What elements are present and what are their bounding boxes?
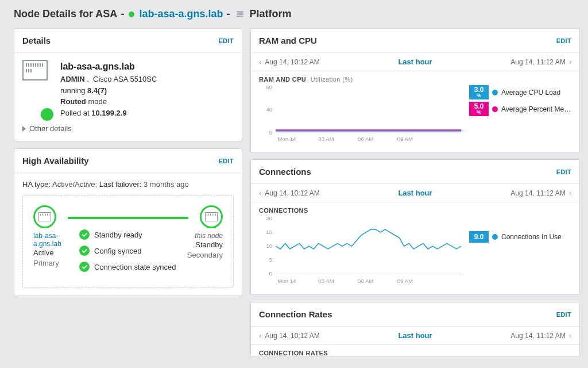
connrates-edit-link[interactable]: EDIT bbox=[556, 311, 571, 318]
device-model: Cisco ASA 5510SC bbox=[93, 75, 157, 83]
svg-text:09 AM: 09 AM bbox=[397, 136, 413, 142]
time-range-select[interactable]: Last hour bbox=[398, 331, 432, 340]
ha-panel: High Availability EDIT HA type: Active/A… bbox=[14, 148, 242, 296]
status-dot-icon bbox=[129, 12, 134, 17]
breadcrumb-tail: Platform bbox=[249, 8, 291, 20]
legend-mem[interactable]: 5.0% Average Percent Me… bbox=[469, 102, 571, 116]
check-icon bbox=[79, 262, 90, 272]
svg-text:0: 0 bbox=[269, 129, 272, 136]
time-next-button[interactable]: › bbox=[569, 189, 571, 197]
cpu-badge: 3.0% bbox=[469, 85, 489, 99]
ramcpu-chart[interactable]: 04080Mon 1403 AM06 AM09 AM bbox=[259, 83, 465, 144]
time-prev-button[interactable]: ‹ bbox=[259, 57, 261, 66]
ha-device-icon bbox=[33, 205, 56, 228]
svg-text:5: 5 bbox=[269, 257, 272, 263]
device-name: lab-asa-a.gns.lab bbox=[60, 60, 157, 74]
conn-edit-link[interactable]: EDIT bbox=[556, 168, 571, 175]
ha-edit-link[interactable]: EDIT bbox=[219, 158, 234, 164]
ha-node-right: this node Standby Secondary bbox=[181, 205, 223, 260]
ha-title: High Availability bbox=[22, 156, 89, 166]
time-range-select[interactable]: Last hour bbox=[398, 57, 432, 66]
admin-label: ADMIN bbox=[60, 75, 85, 83]
details-panel: Details EDIT lab-asa-a.gns.lab ADMIN bbox=[14, 28, 242, 141]
conn-title: Connections bbox=[259, 167, 311, 177]
connrates-title: Connection Rates bbox=[259, 309, 332, 319]
svg-text:20: 20 bbox=[266, 215, 272, 221]
dot-icon bbox=[492, 90, 498, 95]
legend-cpu[interactable]: 3.0% Average CPU Load bbox=[469, 85, 571, 99]
device-status-icon bbox=[40, 107, 55, 122]
firmware-version: 8.4(7) bbox=[87, 86, 107, 95]
svg-text:15: 15 bbox=[266, 229, 272, 235]
svg-text:80: 80 bbox=[266, 84, 272, 90]
time-prev-button[interactable]: ‹ bbox=[259, 189, 261, 197]
svg-text:09 AM: 09 AM bbox=[397, 278, 413, 284]
check-icon bbox=[79, 229, 90, 240]
ramcpu-panel: RAM and CPU EDIT ‹ Aug 14, 10:12 AM Last… bbox=[250, 28, 580, 152]
device-icon bbox=[22, 60, 52, 118]
check-icon bbox=[79, 246, 90, 256]
dot-icon bbox=[492, 234, 498, 240]
ha-link-line bbox=[68, 217, 188, 219]
connrates-chart-title: CONNECTION RATES bbox=[259, 350, 571, 356]
ha-device-icon bbox=[200, 205, 223, 228]
time-range-select[interactable]: Last hour bbox=[398, 189, 432, 197]
conn-chart[interactable]: 05101520Mon 1403 AM06 AM09 AM bbox=[259, 214, 465, 286]
ha-summary: HA type: Active/Active; Last failover: 3… bbox=[22, 180, 234, 189]
svg-text:10: 10 bbox=[266, 243, 272, 249]
ha-node-left: lab-asa-a.gns.lab Active Primary bbox=[33, 205, 75, 269]
svg-text:Mon 14: Mon 14 bbox=[277, 278, 296, 284]
stack-icon bbox=[235, 11, 245, 18]
ramcpu-title: RAM and CPU bbox=[259, 36, 317, 45]
ha-check-standby: Standby ready bbox=[79, 229, 177, 240]
ramcpu-edit-link[interactable]: EDIT bbox=[556, 37, 571, 44]
svg-text:Mon 14: Mon 14 bbox=[277, 136, 296, 142]
svg-text:06 AM: 06 AM bbox=[358, 136, 373, 142]
connections-panel: Connections EDIT ‹ Aug 14, 10:12 AM Last… bbox=[250, 159, 580, 295]
breadcrumb-prefix: Node Details for ASA bbox=[14, 8, 117, 20]
details-edit-link[interactable]: EDIT bbox=[219, 37, 234, 44]
ha-left-name[interactable]: lab-asa-a.gns.lab bbox=[33, 232, 75, 248]
time-next-button[interactable]: › bbox=[569, 331, 571, 340]
ha-right-name: this node bbox=[181, 232, 223, 240]
svg-text:03 AM: 03 AM bbox=[318, 278, 334, 284]
polled-ip: 10.199.2.9 bbox=[91, 109, 126, 117]
legend-conn[interactable]: 9.0 Connections In Use bbox=[469, 231, 571, 243]
svg-text:40: 40 bbox=[266, 106, 272, 113]
conn-badge: 9.0 bbox=[469, 231, 489, 243]
time-next-button[interactable]: › bbox=[569, 57, 571, 66]
mem-badge: 5.0% bbox=[469, 102, 489, 116]
svg-text:06 AM: 06 AM bbox=[358, 278, 373, 284]
conn-timebar: ‹ Aug 14, 10:12 AM Last hour Aug 14, 11:… bbox=[251, 184, 579, 202]
other-details-toggle[interactable]: Other details bbox=[22, 124, 234, 133]
breadcrumb: Node Details for ASA - lab-asa-a.gns.lab… bbox=[14, 8, 580, 20]
ramcpu-timebar: ‹ Aug 14, 10:12 AM Last hour Aug 14, 11:… bbox=[251, 53, 579, 71]
breadcrumb-node-link[interactable]: lab-asa-a.gns.lab bbox=[139, 8, 223, 20]
details-title: Details bbox=[22, 36, 51, 45]
svg-text:03 AM: 03 AM bbox=[318, 136, 334, 142]
time-prev-button[interactable]: ‹ bbox=[259, 331, 261, 340]
ha-check-config: Config synced bbox=[79, 246, 177, 256]
connrates-timebar: ‹ Aug 14, 10:12 AM Last hour Aug 14, 11:… bbox=[251, 327, 579, 345]
svg-text:0: 0 bbox=[269, 271, 272, 277]
chevron-right-icon bbox=[22, 126, 26, 132]
dot-icon bbox=[492, 106, 498, 112]
ha-check-connstate: Connection state synced bbox=[79, 262, 177, 272]
ramcpu-chart-title: RAM AND CPU Utilization (%) bbox=[259, 76, 571, 83]
connrates-panel: Connection Rates EDIT ‹ Aug 14, 10:12 AM… bbox=[250, 302, 580, 357]
conn-chart-title: CONNECTIONS bbox=[259, 207, 571, 214]
